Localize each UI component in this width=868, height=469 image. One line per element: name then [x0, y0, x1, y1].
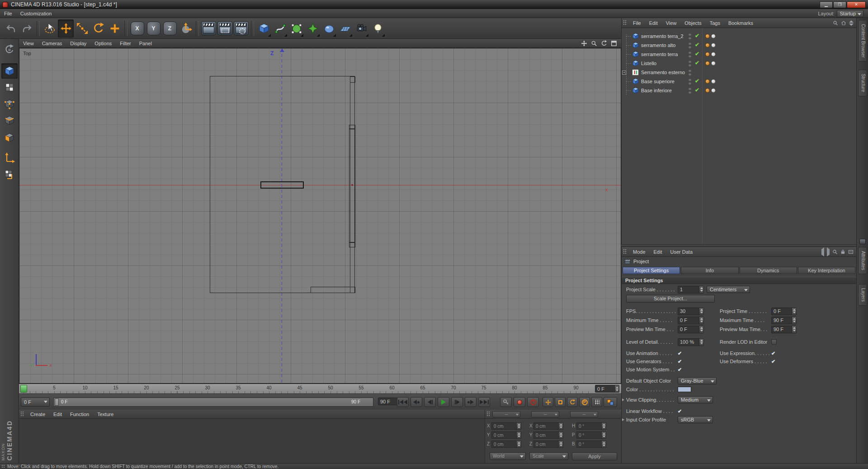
- view-clipping-dropdown[interactable]: Medium: [678, 396, 713, 403]
- make-editable-button[interactable]: [1, 42, 18, 57]
- lock-z-axis-button[interactable]: Z: [162, 19, 178, 38]
- environment-button[interactable]: [337, 19, 353, 38]
- mode-dropdown[interactable]: Scale: [529, 452, 568, 460]
- goto-start-button[interactable]: [397, 397, 409, 407]
- object-name[interactable]: Base inferiore: [641, 88, 672, 93]
- enable-check-icon[interactable]: [695, 42, 701, 48]
- position-column-dropdown[interactable]: --: [492, 411, 520, 417]
- om-menu-objects[interactable]: Objects: [680, 18, 705, 28]
- toggle-view-icon[interactable]: [610, 40, 618, 47]
- use-generators-check-icon[interactable]: [678, 359, 684, 365]
- preview-max-time-field[interactable]: 90 F: [771, 326, 797, 333]
- spinner-arrows-icon[interactable]: [792, 326, 796, 333]
- panel-grip-icon[interactable]: [20, 411, 24, 417]
- position-z-field[interactable]: 0 cm: [491, 441, 521, 448]
- enable-check-icon[interactable]: [695, 33, 701, 39]
- visibility-dots[interactable]: [689, 60, 691, 66]
- coordinate-system-button[interactable]: [178, 19, 194, 38]
- panel-tab-icon[interactable]: [859, 239, 866, 244]
- maximize-button[interactable]: ❐: [833, 1, 846, 8]
- om-menu-file[interactable]: File: [629, 18, 645, 28]
- use-deformers-check-icon[interactable]: [771, 359, 778, 365]
- spinner-arrows-icon[interactable]: [516, 432, 521, 438]
- material-menu-edit[interactable]: Edit: [49, 410, 66, 418]
- axis-mode-button[interactable]: [1, 150, 18, 166]
- timeline-range-slider[interactable]: 0 F 90 F: [53, 398, 373, 407]
- object-tags[interactable]: [705, 61, 716, 66]
- object-tags[interactable]: [705, 43, 716, 47]
- points-mode-button[interactable]: [1, 96, 18, 112]
- wireframe-selected-listello[interactable]: [260, 181, 304, 189]
- object-tags[interactable]: [705, 34, 716, 38]
- menu-file[interactable]: File: [0, 9, 16, 18]
- expander-icon[interactable]: +: [622, 71, 626, 75]
- view-label[interactable]: Top: [23, 51, 31, 56]
- side-tab-structure[interactable]: Structure: [858, 70, 867, 96]
- rotate-view-icon[interactable]: [600, 40, 608, 47]
- object-row[interactable]: + Serramento esterno: [622, 68, 856, 77]
- redo-button[interactable]: [19, 19, 35, 38]
- spinner-arrows-icon[interactable]: [558, 423, 563, 429]
- lock-x-axis-button[interactable]: X: [129, 19, 145, 38]
- am-menu-userdata[interactable]: User Data: [666, 247, 697, 256]
- rotate-tool-button[interactable]: [90, 19, 106, 38]
- expand-triangle-icon[interactable]: [622, 398, 624, 401]
- film-icon[interactable]: [848, 249, 854, 255]
- spinner-arrows-icon[interactable]: [792, 317, 796, 324]
- keyframe-selection-button[interactable]: [604, 397, 617, 407]
- object-name[interactable]: Serramento esterno: [641, 70, 685, 75]
- polygons-mode-button[interactable]: [1, 130, 18, 145]
- spline-button[interactable]: [272, 19, 288, 38]
- render-lod-checkbox[interactable]: [771, 339, 777, 345]
- play-button[interactable]: [438, 397, 449, 407]
- apply-button[interactable]: Apply: [572, 452, 617, 460]
- tab-info[interactable]: Info: [681, 267, 738, 274]
- object-row[interactable]: Base inferiore: [622, 86, 856, 95]
- layout-dropdown[interactable]: Startup: [837, 10, 863, 17]
- timeline-playhead[interactable]: [20, 385, 27, 393]
- viewport-menu-panel[interactable]: Panel: [135, 39, 156, 47]
- size-column-dropdown[interactable]: --: [531, 411, 559, 417]
- tab-project-settings[interactable]: Project Settings: [623, 267, 680, 274]
- spinner-arrows-icon[interactable]: [558, 432, 563, 438]
- primitive-cube-button[interactable]: [256, 19, 272, 38]
- object-row[interactable]: Base superiore: [622, 77, 856, 86]
- deformer-button[interactable]: [305, 19, 321, 38]
- object-name[interactable]: Base superiore: [641, 79, 675, 84]
- input-color-profile-dropdown[interactable]: sRGB: [678, 416, 713, 423]
- material-list-area[interactable]: [19, 419, 485, 462]
- range-slider-handle[interactable]: [55, 398, 59, 406]
- record-parameter-toggle[interactable]: P: [579, 397, 590, 407]
- record-keyframe-button[interactable]: [500, 397, 512, 407]
- enable-check-icon[interactable]: [695, 78, 701, 84]
- level-of-detail-field[interactable]: 100 %: [678, 338, 704, 346]
- goto-next-key-button[interactable]: [465, 397, 476, 407]
- current-frame-spinner[interactable]: 0 F: [595, 385, 619, 393]
- panel-menu-icon[interactable]: [849, 20, 854, 26]
- panel-grip-icon[interactable]: [623, 249, 627, 255]
- timeline-ruler[interactable]: 5 10 15 20 25 30 35 40 45 50 55 60 65 70…: [19, 384, 621, 393]
- size-z-field[interactable]: 0 cm: [533, 441, 563, 448]
- move-tool-button[interactable]: [58, 19, 74, 38]
- enable-check-icon[interactable]: [695, 51, 701, 57]
- home-icon[interactable]: [841, 20, 846, 26]
- panel-grip-icon[interactable]: [486, 411, 490, 417]
- spinner-arrows-icon[interactable]: [601, 432, 606, 438]
- render-settings-button[interactable]: [233, 19, 249, 38]
- material-menu-create[interactable]: Create: [26, 410, 49, 418]
- history-back-icon[interactable]: [821, 249, 824, 255]
- model-mode-button[interactable]: [1, 63, 18, 79]
- zoom-view-icon[interactable]: [590, 40, 598, 47]
- project-scale-field[interactable]: 1: [678, 286, 704, 294]
- object-row[interactable]: serramento alto: [622, 41, 856, 50]
- viewport-menu-view[interactable]: View: [19, 39, 38, 47]
- maximum-time-field[interactable]: 90 F: [771, 317, 797, 324]
- render-region-button[interactable]: [217, 19, 233, 38]
- record-pla-toggle[interactable]: [591, 397, 602, 407]
- record-help-button[interactable]: ?: [527, 397, 539, 407]
- am-menu-edit[interactable]: Edit: [650, 247, 666, 256]
- spinner-arrows-icon[interactable]: [699, 286, 703, 293]
- side-tab-attributes[interactable]: Attributes: [858, 247, 867, 274]
- spinner-arrows-icon[interactable]: [699, 326, 703, 333]
- modeling-object-button[interactable]: [321, 19, 337, 38]
